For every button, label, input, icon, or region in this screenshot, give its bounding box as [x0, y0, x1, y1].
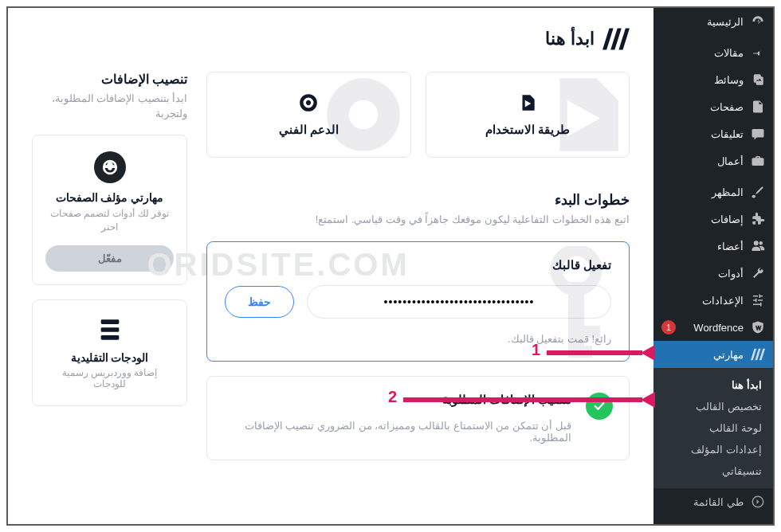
- submenu: ابدأ هناتخصيص القالبلوحة القالبإعدادات ا…: [653, 368, 773, 488]
- collapse-menu[interactable]: طي القائمة: [653, 488, 773, 515]
- save-license-button[interactable]: حفظ: [225, 286, 294, 318]
- menu-item-media[interactable]: وسائط: [653, 66, 773, 93]
- plugin-desc: توفر لك أدوات لتصمم صفحات احتر: [45, 207, 174, 235]
- lifebuoy-icon: [298, 92, 319, 113]
- info-card-row: طريقة الاستخدامالدعم الفني: [206, 72, 630, 158]
- admin-sidebar: الرئيسيةمقالاتوسائطصفحاتتعليقاتأعمالالمظ…: [653, 8, 773, 524]
- widget-title: الودجات التقليدية: [45, 351, 174, 364]
- steps-heading: خطوات البدء: [206, 191, 630, 209]
- lifebuoy-bg-icon: [320, 72, 407, 158]
- pin-icon: [751, 45, 765, 60]
- menu-item-users[interactable]: أعضاء: [653, 233, 773, 260]
- menu-item-dashboard[interactable]: الرئيسية: [653, 8, 773, 35]
- menu-item-briefcase[interactable]: أعمال: [653, 147, 773, 174]
- menu-label: Wordfence: [683, 322, 744, 334]
- key-bg-icon: [528, 246, 624, 358]
- menu-label: صفحات: [661, 101, 744, 113]
- wordfence-icon: [751, 320, 765, 334]
- step-install-plugins: تنصيب الإضافات المطلوبة قبل أن تتمكن من …: [206, 376, 630, 460]
- step-plugins-title: تنصيب الإضافات المطلوبة: [225, 393, 571, 407]
- side-plugins-title: تنصيب الإضافات: [32, 72, 187, 87]
- menu-item-sliders[interactable]: الإعدادات: [653, 287, 773, 314]
- steps-subheading: اتبع هذه الخطوات التفاعلية ليكون موقعك ج…: [206, 213, 630, 225]
- plugin-icon: [94, 151, 126, 183]
- step-activate-theme: تفعيل قالبك حفظ رائع! قمت بتفعيل قالبك.: [206, 241, 630, 362]
- widget-card: الودجات التقليدية إضافة ووردبريس رسمية ل…: [32, 299, 187, 406]
- menu-label: الإعدادات: [661, 295, 744, 307]
- menu-label: إضافات: [661, 213, 744, 225]
- menu-label: وسائط: [661, 74, 744, 86]
- menu-item-brush[interactable]: المظهر: [653, 178, 773, 205]
- submenu-item[interactable]: ابدأ هنا: [653, 374, 773, 396]
- submenu-item[interactable]: تنسيقاتي: [653, 460, 773, 482]
- collapse-icon: [751, 495, 765, 509]
- submenu-item[interactable]: إعدادات المؤلف: [653, 439, 773, 460]
- menu-item-pin[interactable]: مقالات: [653, 39, 773, 66]
- menu-item-page[interactable]: صفحات: [653, 93, 773, 120]
- svg-rect-7: [100, 335, 119, 340]
- maharti-icon: [751, 347, 765, 362]
- check-complete-icon: [586, 393, 613, 420]
- svg-rect-6: [100, 327, 119, 332]
- plugin-title: مهارتي مؤلف الصفحات: [45, 191, 174, 204]
- media-icon: [751, 72, 765, 87]
- brush-icon: [751, 185, 765, 199]
- menu-item-wrench[interactable]: أدوات: [653, 260, 773, 287]
- menu-badge: 1: [661, 320, 676, 334]
- menu-label: أعمال: [661, 155, 744, 167]
- menu-label: أعضاء: [661, 241, 744, 252]
- menu-label: تعليقات: [661, 128, 744, 140]
- side-plugins-sub: ابدأ بتنصيب الإضافات المطلوبة، ولتجربة: [32, 92, 187, 122]
- svg-rect-3: [568, 326, 600, 338]
- page-header: ابدأ هنا: [32, 27, 630, 51]
- menu-label: أدوات: [661, 268, 744, 280]
- widget-desc: إضافة ووردبريس رسمية للودجات: [45, 367, 174, 389]
- info-card-play[interactable]: طريقة الاستخدام: [426, 72, 630, 158]
- wrench-icon: [751, 266, 765, 280]
- plugin-activated-button[interactable]: مفعّل: [45, 245, 174, 272]
- page-title: ابدأ هنا: [545, 29, 595, 49]
- page-content: ORIDSITE.COM ابدأ هنا طريقة الاستخدامالد…: [8, 8, 653, 524]
- menu-label: مقالات: [661, 47, 744, 59]
- step-plugins-desc: قبل أن تتمكن من الاستمتاع بالقالب ومميزا…: [225, 420, 571, 444]
- menu-item-plugin[interactable]: إضافات: [653, 205, 773, 233]
- widget-icon: [96, 316, 124, 343]
- submenu-item[interactable]: لوحة القالب: [653, 417, 773, 439]
- menu-label: المظهر: [661, 186, 744, 198]
- play-icon: [517, 92, 538, 113]
- plugins-side-block: تنصيب الإضافات ابدأ بتنصيب الإضافات المط…: [32, 72, 187, 406]
- menu-label: الرئيسية: [661, 16, 744, 28]
- play-bg-icon: [538, 72, 626, 158]
- info-card-lifebuoy[interactable]: الدعم الفني: [206, 72, 411, 158]
- briefcase-icon: [751, 154, 765, 168]
- plugin-card: مهارتي مؤلف الصفحات توفر لك أدوات لتصمم …: [32, 135, 187, 286]
- sliders-icon: [751, 293, 765, 307]
- menu-item-maharti[interactable]: مهارتي: [653, 341, 773, 368]
- page-icon: [751, 100, 765, 114]
- svg-rect-4: [568, 346, 592, 358]
- plugin-icon: [751, 212, 765, 226]
- submenu-item[interactable]: تخصيص القالب: [653, 396, 773, 417]
- menu-label: مهارتي: [661, 349, 744, 361]
- dashboard-icon: [751, 14, 765, 29]
- comment-icon: [751, 127, 765, 141]
- svg-rect-5: [100, 319, 119, 324]
- maharti-logo-icon: [602, 27, 630, 51]
- menu-item-comment[interactable]: تعليقات: [653, 120, 773, 147]
- menu-item-wordfence[interactable]: Wordfence1: [653, 314, 773, 341]
- users-icon: [751, 239, 765, 253]
